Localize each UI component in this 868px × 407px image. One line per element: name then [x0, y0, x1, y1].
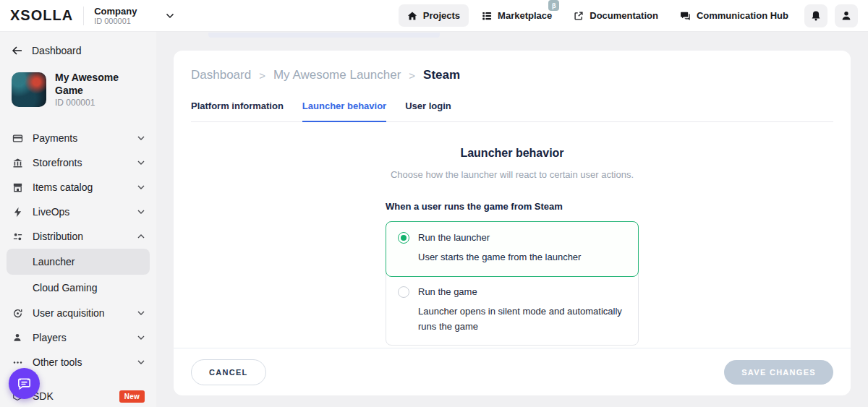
project-name: My Awesome Game	[55, 71, 145, 97]
topbar-nav: Projects Marketplace β Documenta	[399, 4, 858, 27]
sidebar-item-label: Distribution	[33, 231, 83, 242]
option-description: Launcher opens in silent mode and automa…	[418, 304, 626, 335]
company-switcher[interactable]: Company ID 000001	[94, 6, 174, 26]
section-subtitle: Choose how the launcher will react to ce…	[174, 169, 851, 180]
xsolla-logo[interactable]: XSOLLA	[10, 7, 73, 24]
external-link-icon	[574, 11, 584, 21]
breadcrumb-separator: >	[259, 69, 265, 82]
content-card: Dashboard > My Awesome Launcher > Steam …	[174, 51, 851, 395]
option-title: Run the launcher	[418, 231, 581, 244]
project-thumbnail	[12, 72, 46, 107]
chat-icon	[16, 375, 33, 392]
notifications-button[interactable]	[804, 4, 827, 27]
back-to-dashboard[interactable]: Dashboard	[0, 32, 156, 64]
chevron-down-icon	[137, 360, 145, 364]
radio-selected-icon[interactable]	[398, 232, 409, 244]
breadcrumb-current: Steam	[423, 68, 460, 82]
nav-communication-hub[interactable]: Communication Hub	[671, 4, 797, 27]
support-chat-widget[interactable]	[9, 368, 40, 399]
nav-label: Communication Hub	[697, 10, 788, 21]
company-name: Company	[94, 6, 137, 17]
scroll-strip	[208, 33, 440, 38]
sidebar-item-label: User acquisition	[33, 307, 105, 319]
cancel-button[interactable]: CANCEL	[191, 359, 266, 385]
chevron-down-icon	[137, 185, 145, 189]
person-icon	[841, 10, 852, 22]
nav-marketplace[interactable]: Marketplace β	[473, 4, 561, 27]
tab-content: Launcher behavior Choose how the launche…	[174, 122, 851, 348]
bank-icon	[12, 158, 23, 168]
chevron-down-icon	[137, 335, 145, 340]
person-icon	[12, 333, 23, 343]
nav-label: Marketplace	[498, 10, 552, 21]
project-id: ID 000001	[55, 97, 145, 108]
breadcrumb-my-awesome-launcher[interactable]: My Awesome Launcher	[273, 68, 401, 82]
sidebar-item-distribution[interactable]: Distribution	[0, 224, 156, 249]
sliders-icon	[12, 231, 23, 242]
project-card[interactable]: My Awesome Game ID 000001	[0, 64, 156, 116]
ellipsis-icon	[12, 357, 23, 368]
credit-card-icon	[12, 133, 23, 144]
grid-list-icon	[482, 11, 492, 21]
radio-group: Run the launcher User starts the game fr…	[386, 221, 639, 346]
shop-icon	[12, 182, 23, 193]
chevron-up-icon	[137, 234, 145, 239]
sidebar-item-user-acquisition[interactable]: User acquisition	[0, 301, 156, 325]
arrow-left-icon	[12, 46, 23, 56]
tab-bar: Platform information Launcher behavior U…	[174, 100, 851, 122]
sidebar: Dashboard My Awesome Game ID 000001 Paym…	[0, 32, 156, 407]
growth-icon	[12, 308, 23, 319]
nav-label: Documentation	[590, 10, 658, 21]
new-badge: New	[119, 390, 145, 403]
topbar-divider	[83, 7, 84, 25]
sidebar-nav: Payments Storefronts	[0, 126, 156, 407]
option-run-the-launcher[interactable]: Run the launcher User starts the game fr…	[386, 221, 639, 277]
breadcrumb: Dashboard > My Awesome Launcher > Steam	[174, 51, 851, 82]
option-description: User starts the game from the launcher	[418, 250, 581, 265]
sidebar-subitem-launcher[interactable]: Launcher	[7, 249, 150, 275]
sidebar-item-label: Items catalog	[33, 181, 93, 193]
nav-documentation[interactable]: Documentation	[565, 4, 667, 27]
nav-label: Projects	[423, 10, 460, 21]
chevron-down-icon	[137, 160, 145, 165]
radio-unselected-icon[interactable]	[398, 286, 409, 298]
account-button[interactable]	[835, 4, 858, 27]
sidebar-item-payments[interactable]: Payments	[0, 126, 156, 150]
section-title: Launcher behavior	[174, 147, 851, 160]
radio-group-label: When a user runs the game from Steam	[386, 201, 639, 212]
form-footer: CANCEL SAVE CHANGES	[174, 348, 851, 395]
save-changes-button[interactable]: SAVE CHANGES	[724, 360, 833, 385]
bell-icon	[810, 10, 822, 22]
sidebar-item-label: Storefronts	[33, 157, 82, 168]
sidebar-item-label: LiveOps	[33, 206, 69, 218]
breadcrumb-separator: >	[409, 69, 415, 82]
main-area: Dashboard > My Awesome Launcher > Steam …	[156, 32, 868, 407]
option-title: Run the game	[418, 286, 626, 298]
behavior-form: When a user runs the game from Steam Run…	[386, 201, 639, 346]
tab-platform-information[interactable]: Platform information	[191, 100, 284, 122]
sidebar-item-liveops[interactable]: LiveOps	[0, 200, 156, 224]
chevron-down-icon	[137, 210, 145, 214]
topbar: XSOLLA Company ID 000001 Projects	[0, 0, 868, 32]
sidebar-subitem-cloud-gaming[interactable]: Cloud Gaming	[7, 275, 150, 301]
sidebar-item-players[interactable]: Players	[0, 325, 156, 350]
chevron-down-icon	[137, 311, 145, 315]
chevron-down-icon	[166, 13, 174, 19]
company-id: ID 000001	[94, 17, 137, 26]
sidebar-item-items-catalog[interactable]: Items catalog	[0, 175, 156, 200]
back-label: Dashboard	[32, 45, 82, 56]
sidebar-item-label: Payments	[33, 132, 77, 144]
home-icon	[407, 11, 417, 21]
chat-bubbles-icon	[680, 10, 691, 21]
bolt-icon	[12, 207, 23, 218]
tab-user-login[interactable]: User login	[405, 100, 451, 122]
breadcrumb-dashboard[interactable]: Dashboard	[191, 68, 251, 82]
subitem-label: Cloud Gaming	[33, 282, 98, 294]
option-run-the-game[interactable]: Run the game Launcher opens in silent mo…	[386, 276, 638, 346]
sidebar-item-storefronts[interactable]: Storefronts	[0, 150, 156, 175]
subitem-label: Launcher	[33, 256, 75, 267]
tab-launcher-behavior[interactable]: Launcher behavior	[302, 100, 386, 122]
nav-projects[interactable]: Projects	[399, 4, 469, 27]
sidebar-item-label: Other tools	[33, 356, 82, 368]
sidebar-item-label: Players	[33, 332, 67, 343]
